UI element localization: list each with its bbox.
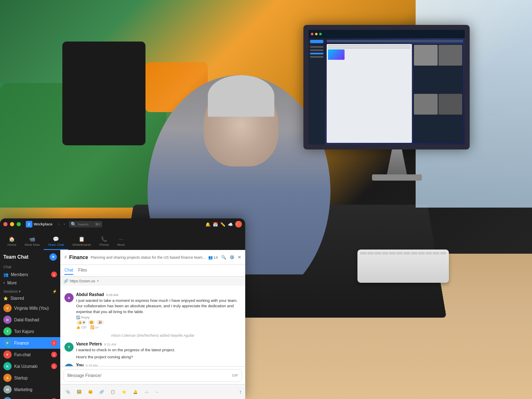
code-button[interactable]: 📋	[108, 389, 117, 395]
sidebar-item-marketing[interactable]: M Marketing	[0, 384, 60, 395]
chat-tab-files[interactable]: Files	[78, 266, 87, 275]
monitor-msg-line	[328, 45, 411, 47]
vance-name: Vance Peters	[76, 342, 102, 346]
main-content: Team Chat + Chat 👥 Members 1 • More Sect…	[0, 250, 245, 399]
sidebar-item-designspecs[interactable]: D Design specs 1	[0, 395, 60, 399]
link-button[interactable]: 🔗	[97, 389, 106, 395]
tab-home[interactable]: 🏠 Home	[3, 235, 20, 250]
view-count: 🔁 1+	[90, 326, 99, 329]
chair-decoration	[62, 42, 145, 145]
gif-icon[interactable]: GIF	[232, 373, 238, 377]
monitor-banner	[328, 49, 345, 60]
chat-input-box[interactable]: Message Finance/ GIF	[64, 369, 242, 382]
sidebar-item-starred[interactable]: ⭐ Starred	[0, 294, 60, 302]
sender-name: Abdul Rashad	[76, 292, 104, 297]
star-button[interactable]: ⭐	[120, 389, 128, 395]
edit-icon[interactable]: ✏️	[220, 222, 225, 227]
calendar-icon[interactable]: 📅	[213, 222, 218, 227]
participants-count: 👥 14	[208, 255, 218, 259]
close-panel-icon[interactable]: ✕	[238, 255, 241, 259]
vance-text: I wanted to check in on the progress of …	[76, 347, 241, 352]
files-tab-label: Files	[78, 268, 87, 272]
sidebar-add-button[interactable]: +	[49, 253, 57, 261]
sidebar-item-members[interactable]: 👥 Members 1	[0, 270, 60, 279]
cloud-upload-button[interactable]: ☁️	[142, 389, 151, 395]
chat-header-right: 👥 14 🔍 ⚙️ ✕	[208, 255, 241, 259]
zoom-logo: Z Workplace	[26, 221, 52, 228]
key	[440, 252, 447, 255]
star-icon: ⭐	[3, 296, 8, 301]
nav-forward-btn[interactable]: ›	[62, 221, 66, 227]
sidebar-item-kai[interactable]: K Kai Uzumaki 1	[0, 360, 60, 372]
minimize-dot[interactable]	[10, 222, 14, 226]
funchat-avatar: F	[3, 350, 12, 359]
reaction-smile[interactable]: 😊	[88, 320, 95, 325]
url-expand-icon[interactable]: +	[97, 279, 99, 283]
emoji-button[interactable]: 😊	[86, 389, 95, 395]
tab-whiteboard[interactable]: 📋 Whiteboards	[68, 235, 95, 250]
monitor-video-cell	[414, 45, 438, 66]
reaction-party[interactable]: 🎉	[96, 320, 104, 325]
reply-action[interactable]: ↩️ Reply	[76, 316, 90, 319]
finance-label: Finance	[14, 341, 49, 345]
designspecs-avatar: D	[3, 397, 12, 399]
vance-header: Vance Peters 9:21 AM	[76, 342, 241, 346]
chat-search-icon[interactable]: 🔍	[221, 255, 226, 259]
more-button[interactable]: ···	[153, 389, 161, 395]
tab-meet[interactable]: 📹 Meet Now	[20, 235, 44, 250]
chat-tab-chat[interactable]: Chat	[64, 266, 73, 275]
you-content1: You 9:28 AM It's going well, we're on tr…	[76, 363, 241, 366]
monitor-video-cell	[414, 94, 438, 115]
tab-phone[interactable]: 📞 Phone	[95, 235, 113, 250]
attach-button[interactable]: 📎	[64, 389, 72, 395]
filter-icon[interactable]: ⚡	[52, 289, 57, 294]
sidebar-sections-label: Sections ▾ ⚡	[0, 287, 60, 294]
more-bullet-icon: •	[3, 281, 5, 285]
tori-label: Tori Kajuro	[14, 329, 57, 334]
sender-avatar: A	[64, 293, 74, 302]
send-button[interactable]: ↑	[239, 389, 242, 395]
emoji-reactions: 👍 4 😊 🎉	[76, 320, 241, 325]
sidebar-title: Team Chat	[3, 254, 28, 260]
vance-avatar: V	[64, 343, 74, 352]
key	[374, 252, 381, 255]
notification-icon[interactable]: 🔔	[205, 222, 210, 227]
sidebar-item-funchat[interactable]: F Fun-chat 1	[0, 349, 60, 360]
maximize-dot[interactable]	[17, 222, 21, 226]
sidebar-item-startup[interactable]: S Startup	[0, 372, 60, 384]
key	[360, 252, 367, 255]
tab-teamchat[interactable]: 💬 Team Chat	[44, 235, 68, 250]
channel-description: Planning and sharing projects status for…	[91, 255, 206, 259]
key	[404, 252, 410, 255]
startup-label: Startup	[14, 376, 57, 380]
user-avatar[interactable]	[235, 221, 242, 228]
bell-button[interactable]: 🔔	[131, 389, 140, 395]
image-button[interactable]: 🖼️	[75, 389, 84, 395]
search-box[interactable]: 🔍 Search ⌘F	[69, 221, 102, 228]
kai-badge: 1	[51, 363, 57, 369]
reaction-thumbs[interactable]: 👍 4	[76, 320, 86, 325]
members-label: Members	[11, 272, 49, 277]
kai-avatar: K	[3, 362, 12, 370]
channel-name: Finance	[69, 255, 88, 260]
sidebar-item-finance[interactable]: F Finance 1	[0, 337, 60, 349]
settings-icon[interactable]: ⚙️	[229, 255, 234, 259]
message-row-vance: V Vance Peters 9:21 AM I wanted to check…	[64, 342, 241, 360]
close-dot[interactable]	[3, 222, 7, 226]
cloud-icon[interactable]: ☁️	[228, 222, 233, 227]
key	[418, 252, 425, 255]
sidebar-item-tori[interactable]: T Tori Kajuro	[0, 326, 60, 337]
tab-meet-label: Meet Now	[25, 243, 39, 247]
nav-back-btn[interactable]: ‹	[57, 221, 61, 227]
sidebar-item-dalal[interactable]: D Dalal Rashad	[0, 314, 60, 326]
zoom-app: Z Workplace ‹ › 🔍 Search ⌘F 🔔 📅 ✏️ ☁️ 🏠 …	[0, 218, 245, 399]
sidebar-item-more[interactable]: • More	[0, 279, 60, 287]
message-header: Abdul Rashad 9:09 AM	[76, 292, 241, 297]
navigation-tabs: 🏠 Home 📹 Meet Now 💬 Team Chat 📋 Whiteboa…	[0, 230, 245, 250]
sidebar-item-virginia[interactable]: V Virginia Wills (You)	[0, 302, 60, 314]
chat-panel: # Finance Planning and sharing projects …	[60, 250, 245, 399]
more-label: More	[7, 281, 57, 285]
bottom-toolbar: 📎 🖼️ 😊 🔗 📋 ⭐ 🔔 ☁️ ··· ↑	[60, 384, 245, 399]
key	[411, 252, 418, 255]
tab-more[interactable]: ··· More	[113, 235, 129, 250]
